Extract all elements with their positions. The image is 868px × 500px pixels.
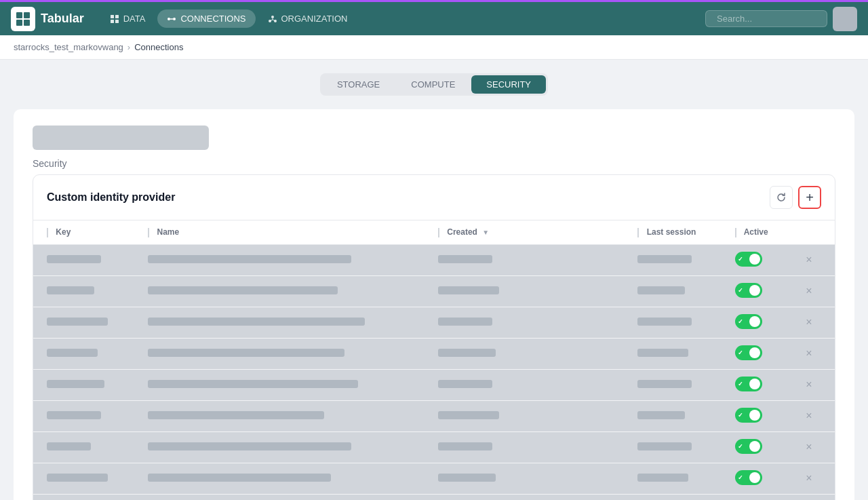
delete-button[interactable]: ×: [802, 408, 816, 423]
cell-key: [33, 244, 137, 275]
cell-key: [33, 338, 137, 369]
col-active: Active: [724, 220, 791, 244]
nav-item-organization[interactable]: ORGANIZATION: [258, 9, 357, 28]
tab-storage[interactable]: STORAGE: [322, 75, 395, 94]
cell-delete: ×: [791, 463, 835, 494]
toggle-active[interactable]: [735, 439, 762, 454]
section-title: Security: [33, 158, 835, 169]
table-row: ×: [33, 275, 835, 307]
table-row: ×: [33, 494, 835, 500]
cell-key: [33, 369, 137, 400]
search-input[interactable]: [717, 14, 831, 24]
cell-delete: ×: [791, 431, 835, 463]
cell-last-session: [627, 463, 724, 494]
svg-rect-2: [16, 20, 22, 26]
table-row: ×: [33, 369, 835, 400]
delete-button[interactable]: ×: [802, 377, 816, 392]
table-row: ×: [33, 431, 835, 463]
avatar[interactable]: [833, 7, 857, 31]
cell-created: [427, 369, 627, 400]
refresh-button[interactable]: [770, 186, 793, 209]
cell-key: [33, 463, 137, 494]
nav-data-label: DATA: [123, 14, 146, 24]
cell-name: [137, 369, 427, 400]
tabs-bar: STORAGE COMPUTE SECURITY: [14, 73, 854, 96]
cell-key: [33, 494, 137, 500]
svg-rect-5: [115, 15, 119, 18]
add-button[interactable]: +: [798, 186, 821, 209]
table-row: ×: [33, 338, 835, 369]
app-logo[interactable]: Tabular: [11, 7, 84, 31]
table-row: ×: [33, 400, 835, 431]
cell-last-session: [627, 400, 724, 431]
tab-compute[interactable]: COMPUTE: [396, 75, 470, 94]
cell-name: [137, 307, 427, 338]
cell-last-session: [627, 369, 724, 400]
toggle-active[interactable]: [735, 345, 762, 360]
toggle-active[interactable]: [735, 314, 762, 329]
cell-last-session: [627, 307, 724, 338]
nav-items: DATA CONNECTIONS ORGANIZATION: [100, 9, 689, 28]
toggle-active[interactable]: [735, 377, 762, 391]
main-content: STORAGE COMPUTE SECURITY Security Custom…: [0, 60, 868, 500]
col-key: Key: [33, 220, 137, 244]
cell-key: [33, 431, 137, 463]
col-last-session: Last session: [627, 220, 724, 244]
nav-item-data[interactable]: DATA: [100, 9, 155, 28]
cell-created: [427, 244, 627, 275]
tabs-container: STORAGE COMPUTE SECURITY: [320, 73, 548, 96]
delete-button[interactable]: ×: [802, 440, 816, 455]
toggle-active[interactable]: [735, 408, 762, 423]
col-divider: [148, 228, 149, 237]
delete-button[interactable]: ×: [802, 346, 816, 361]
cell-active: [724, 494, 791, 500]
breadcrumb-separator: ›: [127, 42, 130, 52]
cell-created: [427, 307, 627, 338]
toggle-active[interactable]: [735, 470, 762, 485]
table-row: ×: [33, 463, 835, 494]
breadcrumb-parent[interactable]: starrocks_test_markovwang: [14, 42, 123, 52]
content-card: Security Custom identity provider +: [14, 109, 854, 500]
cell-key: [33, 400, 137, 431]
svg-rect-7: [115, 20, 119, 23]
table-actions: +: [770, 186, 821, 209]
col-divider: [438, 228, 439, 237]
delete-button[interactable]: ×: [802, 284, 816, 299]
logo-icon: [11, 7, 35, 31]
breadcrumb: starrocks_test_markovwang › Connections: [0, 35, 868, 60]
app-name: Tabular: [41, 12, 84, 26]
navbar: Tabular DATA CONNECTIONS ORGANIZATION /: [0, 0, 868, 35]
cell-created: [427, 338, 627, 369]
toggle-active[interactable]: [735, 283, 762, 298]
table-row: ×: [33, 307, 835, 338]
nav-connections-label: CONNECTIONS: [180, 14, 245, 24]
cell-created: [427, 494, 627, 500]
delete-button[interactable]: ×: [802, 471, 816, 486]
table-header: Custom identity provider +: [33, 175, 835, 220]
cell-delete: ×: [791, 275, 835, 307]
table-row: ×: [33, 244, 835, 275]
tab-security[interactable]: SECURITY: [471, 75, 546, 94]
svg-point-8: [167, 18, 170, 20]
svg-rect-6: [111, 20, 114, 23]
delete-button[interactable]: ×: [802, 315, 816, 330]
cell-active: [724, 369, 791, 400]
nav-item-connections[interactable]: CONNECTIONS: [157, 9, 255, 28]
toggle-active[interactable]: [735, 252, 762, 267]
cell-active: [724, 275, 791, 307]
cell-active: [724, 338, 791, 369]
col-divider: [637, 228, 639, 237]
col-created[interactable]: Created ▼: [427, 220, 627, 244]
cell-last-session: [627, 494, 724, 500]
cell-last-session: [627, 431, 724, 463]
table-card: Custom identity provider +: [33, 174, 835, 500]
delete-button[interactable]: ×: [802, 252, 816, 267]
col-divider: [735, 228, 736, 237]
svg-rect-1: [24, 12, 30, 18]
search-box[interactable]: /: [705, 10, 827, 27]
cell-created: [427, 463, 627, 494]
cell-name: [137, 463, 427, 494]
table-header-row: Key Name Created ▼ La: [33, 220, 835, 244]
cell-active: [724, 431, 791, 463]
svg-point-9: [173, 18, 176, 20]
